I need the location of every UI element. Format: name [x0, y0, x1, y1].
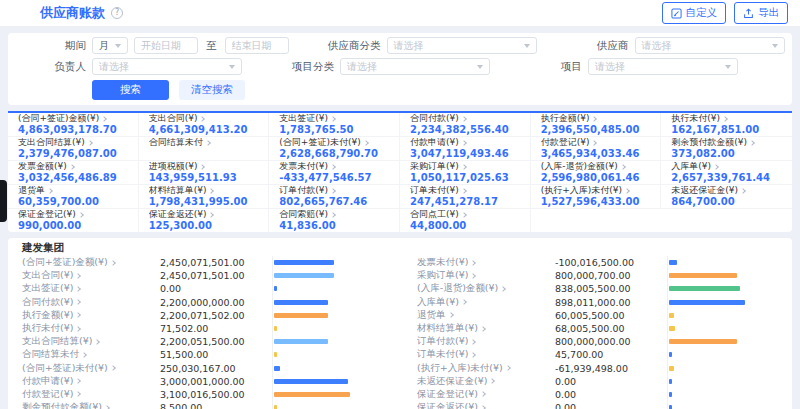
- group-metric-row[interactable]: (入库-退货)金额(¥)838,005,500.00: [417, 282, 778, 295]
- metric-label: 合同付款(¥): [410, 114, 520, 123]
- metric-cell[interactable]: 发票金额(¥)3,032,456,486.89: [8, 161, 139, 185]
- group-metric-row[interactable]: (执行+入库)未付(¥)-61,939,498.00: [417, 362, 778, 375]
- group-metric-row[interactable]: 采购订单(¥)800,000,700.00: [417, 269, 778, 282]
- group-metric-row[interactable]: 付款登记(¥)3,100,016,500.00: [22, 388, 383, 401]
- project-select[interactable]: 请选择: [588, 58, 738, 75]
- metric-cell[interactable]: (执行+入库)未付(¥)1,527,596,433.00: [531, 185, 662, 209]
- metric-cell[interactable]: 剩余预付款金额(¥)373,082.00: [661, 137, 792, 161]
- search-button[interactable]: 搜索: [92, 80, 169, 100]
- metric-cell[interactable]: 进项税额(¥)143,959,511.93: [139, 161, 270, 185]
- group-metric-label: 执行金额(¥): [22, 309, 160, 322]
- metric-value: 2,657,339,761.44: [671, 172, 782, 183]
- drill-chevron-icon: [104, 405, 110, 409]
- metric-cell[interactable]: 支出合同(¥)4,661,309,413.20: [139, 113, 270, 137]
- group-metric-row[interactable]: 执行未付(¥)71,502.00: [22, 322, 383, 335]
- metric-cell[interactable]: 保证金返还(¥)125,300.00: [139, 209, 270, 232]
- filter-period: 期间月至: [24, 37, 289, 54]
- metric-cell[interactable]: 合同点工(¥)44,800.00: [400, 209, 531, 232]
- supplier-category-select[interactable]: 请选择: [387, 37, 537, 54]
- metric-label: 入库单(¥): [671, 162, 782, 171]
- group-title[interactable]: 建发集团: [22, 241, 778, 254]
- metric-label-text: (合同+签证)金额(¥): [18, 114, 99, 123]
- help-icon[interactable]: ?: [111, 7, 123, 19]
- filter-label: 期间: [24, 39, 86, 53]
- group-metric-row[interactable]: 付款申请(¥)3,000,001,000.00: [22, 375, 383, 388]
- metric-cell[interactable]: 入库单(¥)2,657,339,761.44: [661, 161, 792, 185]
- group-metric-row[interactable]: 支出合同结算(¥)2,200,051,500.00: [22, 335, 383, 348]
- group-metric-label-text: 付款登记(¥): [22, 388, 73, 401]
- end-date-input[interactable]: [225, 37, 289, 54]
- metric-cell[interactable]: (合同+签证)未付(¥)2,628,668,790.70: [269, 137, 400, 161]
- metric-cell[interactable]: 执行金额(¥)2,396,550,485.00: [531, 113, 662, 137]
- value-bar: [274, 339, 328, 344]
- group-metric-row[interactable]: 支出签证(¥)0.00: [22, 282, 383, 295]
- bar-track: [272, 296, 383, 309]
- filter-row-2: 负责人请选择项目分类请选择项目请选择: [24, 58, 776, 75]
- group-metric-value: 8,500.00: [160, 402, 272, 409]
- supplier-select[interactable]: 请选择: [635, 37, 785, 54]
- customize-button[interactable]: 自定义: [662, 2, 727, 24]
- group-metric-row[interactable]: 入库单(¥)898,011,000.00: [417, 296, 778, 309]
- value-bar: [669, 352, 672, 357]
- value-bar: [669, 392, 672, 397]
- metric-label-text: 合同结算未付: [149, 138, 203, 147]
- group-metric-row[interactable]: 退货单60,005,500.00: [417, 309, 778, 322]
- metric-cell[interactable]: 保证金登记(¥)990,000.00: [8, 209, 139, 232]
- date-range-joiner: 至: [206, 39, 217, 53]
- group-metric-row[interactable]: 发票未付(¥)-100,016,500.00: [417, 256, 778, 269]
- metric-cell[interactable]: (合同+签证)金额(¥)4,863,093,178.70: [8, 113, 139, 137]
- group-column-left: (合同+签证)金额(¥)2,450,071,501.00支出合同(¥)2,450…: [22, 256, 383, 409]
- metric-value: 2,234,382,556.40: [410, 124, 520, 135]
- sidebar-collapse-handle[interactable]: [0, 180, 7, 222]
- metric-cell-empty: [531, 209, 662, 232]
- drill-chevron-icon: [76, 378, 82, 384]
- metric-label-text: 退货单: [18, 186, 45, 195]
- metric-cell[interactable]: 采购订单(¥)1,050,117,025.63: [400, 161, 531, 185]
- group-metric-row[interactable]: 未返还保证金(¥)0.00: [417, 375, 778, 388]
- metric-cell[interactable]: 执行未付(¥)162,167,851.00: [661, 113, 792, 137]
- clear-search-button[interactable]: 清空搜索: [179, 80, 245, 100]
- metric-cell[interactable]: 合同索赔(¥)41,836.00: [269, 209, 400, 232]
- owner-select[interactable]: 请选择: [92, 58, 242, 75]
- metric-cell[interactable]: 支出合同结算(¥)2,379,476,087.00: [8, 137, 139, 161]
- select-placeholder: 请选择: [642, 39, 672, 53]
- metric-label: 合同结算未付: [149, 138, 259, 147]
- metric-label-text: 付款申请(¥): [410, 138, 459, 147]
- group-metric-row[interactable]: 合同结算未付51,500.00: [22, 348, 383, 361]
- group-metric-row[interactable]: 合同付款(¥)2,200,000,000.00: [22, 296, 383, 309]
- group-metric-row[interactable]: (合同+签证)未付(¥)250,030,167.00: [22, 362, 383, 375]
- metric-cell[interactable]: 材料结算单(¥)1,798,431,995.00: [139, 185, 270, 209]
- metric-cell[interactable]: 付款申请(¥)3,047,119,493.46: [400, 137, 531, 161]
- group-metric-row[interactable]: 订单付款(¥)800,000,000.00: [417, 335, 778, 348]
- start-date-input[interactable]: [134, 37, 198, 54]
- group-metric-row[interactable]: 支出合同(¥)2,450,071,501.00: [22, 269, 383, 282]
- customize-icon: [671, 8, 682, 19]
- metric-cell[interactable]: 退货单60,359,700.00: [8, 185, 139, 209]
- metric-value: 802,665,767.46: [279, 196, 389, 207]
- metric-cell[interactable]: 付款登记(¥)3,465,934,033.46: [531, 137, 662, 161]
- drill-chevron-icon: [471, 339, 477, 345]
- project-category-select[interactable]: 请选择: [340, 58, 490, 75]
- group-metric-row[interactable]: 执行金额(¥)2,200,071,502.00: [22, 309, 383, 322]
- group-metric-row[interactable]: 订单未付(¥)45,700.00: [417, 348, 778, 361]
- group-metric-row[interactable]: 保证金返还(¥)0.00: [417, 401, 778, 409]
- metric-cell[interactable]: (入库-退货)金额(¥)2,596,980,061.46: [531, 161, 662, 185]
- metric-cell[interactable]: 合同付款(¥)2,234,382,556.40: [400, 113, 531, 137]
- period-unit-select[interactable]: 月: [92, 37, 128, 54]
- metric-cell[interactable]: 订单付款(¥)802,665,767.46: [269, 185, 400, 209]
- metric-cell[interactable]: 合同结算未付: [139, 137, 270, 161]
- metric-cell[interactable]: 支出签证(¥)1,783,765.50: [269, 113, 400, 137]
- group-metric-row[interactable]: 剩余预付款金额(¥)8,500.00: [22, 401, 383, 409]
- drill-chevron-icon: [200, 164, 206, 170]
- group-metric-label-text: 保证金返还(¥): [417, 401, 478, 409]
- drill-chevron-icon: [81, 352, 87, 358]
- metric-cell[interactable]: 未返还保证金(¥)864,700.00: [661, 185, 792, 209]
- group-metric-row[interactable]: (合同+签证)金额(¥)2,450,071,501.00: [22, 256, 383, 269]
- metric-cell[interactable]: 订单未付(¥)247,451,278.17: [400, 185, 531, 209]
- metric-cell[interactable]: 发票未付(¥)-433,477,546.57: [269, 161, 400, 185]
- group-metric-row[interactable]: 保证金登记(¥)0.00: [417, 388, 778, 401]
- group-metric-row[interactable]: 材料结算单(¥)68,005,500.00: [417, 322, 778, 335]
- group-metric-value: -61,939,498.00: [555, 363, 667, 374]
- export-button[interactable]: 导出: [734, 2, 788, 24]
- group-metric-label: (合同+签证)金额(¥): [22, 256, 160, 269]
